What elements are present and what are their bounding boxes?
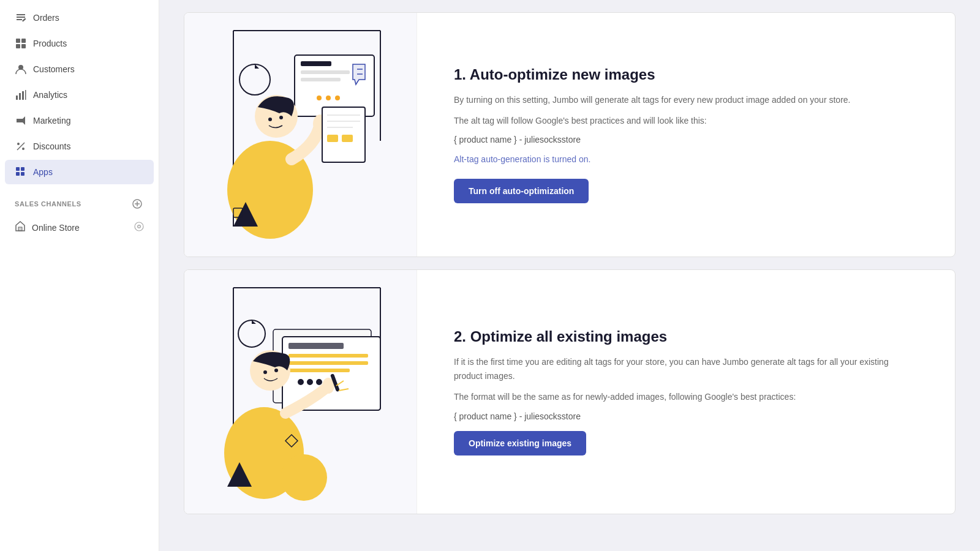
customers-icon bbox=[15, 63, 27, 75]
svg-rect-30 bbox=[301, 78, 341, 81]
svg-rect-29 bbox=[301, 70, 350, 74]
svg-rect-64 bbox=[288, 354, 368, 358]
svg-point-48 bbox=[239, 64, 270, 95]
svg-point-69 bbox=[316, 379, 322, 385]
products-icon bbox=[15, 37, 27, 50]
svg-rect-3 bbox=[21, 44, 26, 48]
card-auto-optimize: 1. Auto-optimize new images By turning o… bbox=[184, 12, 956, 257]
sidebar-item-analytics[interactable]: Analytics bbox=[5, 83, 154, 107]
svg-rect-1 bbox=[21, 39, 26, 43]
sidebar-item-online-store[interactable]: Online Store bbox=[5, 215, 154, 240]
discounts-icon bbox=[15, 140, 27, 152]
sidebar-item-marketing-label: Marketing bbox=[33, 116, 70, 126]
svg-rect-14 bbox=[16, 172, 20, 176]
card-1-content: 1. Auto-optimize new images By turning o… bbox=[417, 13, 955, 257]
svg-rect-7 bbox=[22, 91, 24, 100]
svg-rect-15 bbox=[21, 172, 24, 176]
svg-point-9 bbox=[17, 143, 20, 145]
card-2-desc2: The format will be the same as for newly… bbox=[454, 390, 918, 403]
sidebar: Orders Products Customers bbox=[0, 0, 159, 551]
card-2-content: 2. Optimize all existing images If it is… bbox=[417, 270, 955, 514]
sidebar-item-analytics-label: Analytics bbox=[33, 90, 67, 100]
svg-rect-28 bbox=[301, 61, 331, 66]
svg-point-73 bbox=[274, 369, 278, 372]
orders-icon bbox=[15, 12, 27, 24]
sidebar-item-orders-label: Orders bbox=[33, 13, 59, 23]
analytics-icon bbox=[15, 89, 27, 101]
svg-rect-6 bbox=[19, 93, 21, 100]
online-store-eye-icon bbox=[134, 222, 144, 233]
sidebar-item-discounts[interactable]: Discounts bbox=[5, 134, 154, 159]
svg-rect-46 bbox=[342, 135, 353, 142]
sidebar-item-products-label: Products bbox=[33, 39, 67, 48]
sidebar-item-apps-label: Apps bbox=[33, 167, 53, 177]
svg-rect-0 bbox=[16, 39, 20, 43]
sidebar-item-marketing[interactable]: Marketing bbox=[5, 108, 154, 133]
online-store-label: Online Store bbox=[32, 223, 80, 233]
svg-point-33 bbox=[335, 96, 340, 100]
card-1-desc1: By turning on this setting, Jumbo will g… bbox=[454, 93, 918, 107]
add-sales-channel-button[interactable] bbox=[130, 197, 144, 211]
sales-channels-header: SALES CHANNELS bbox=[5, 190, 154, 214]
svg-rect-2 bbox=[16, 44, 20, 48]
svg-point-72 bbox=[263, 370, 267, 374]
sidebar-item-apps[interactable]: Apps bbox=[5, 160, 154, 184]
sales-channels-label: SALES CHANNELS bbox=[15, 200, 81, 208]
sidebar-item-discounts-label: Discounts bbox=[33, 141, 70, 151]
svg-rect-8 bbox=[25, 90, 26, 100]
svg-rect-19 bbox=[18, 227, 22, 231]
card-1-title: 1. Auto-optimize new images bbox=[454, 66, 918, 83]
card-1-desc2: The alt tag will follow Google's best pr… bbox=[454, 114, 918, 127]
card-1-status: Alt-tag auto-generation is turned on. bbox=[454, 154, 918, 164]
svg-rect-13 bbox=[21, 167, 24, 171]
main-content: 1. Auto-optimize new images By turning o… bbox=[159, 0, 980, 551]
svg-point-80 bbox=[238, 320, 265, 347]
card-2-title: 2. Optimize all existing images bbox=[454, 328, 918, 345]
marketing-icon bbox=[15, 114, 27, 127]
card-2-template: { product name } - juliesocksstore bbox=[454, 411, 918, 421]
sidebar-item-customers-label: Customers bbox=[33, 64, 75, 74]
svg-rect-66 bbox=[288, 369, 350, 372]
sidebar-item-orders[interactable]: Orders bbox=[5, 6, 154, 30]
card-1-illustration bbox=[184, 13, 417, 257]
sidebar-item-products[interactable]: Products bbox=[5, 31, 154, 56]
svg-rect-45 bbox=[327, 135, 338, 142]
svg-point-68 bbox=[307, 379, 313, 385]
apps-icon bbox=[15, 166, 27, 178]
svg-point-81 bbox=[281, 454, 327, 501]
card-2-illustration bbox=[184, 270, 417, 514]
sidebar-item-customers[interactable]: Customers bbox=[5, 57, 154, 81]
svg-point-32 bbox=[326, 96, 331, 100]
svg-point-23 bbox=[138, 226, 140, 228]
svg-rect-63 bbox=[288, 343, 344, 349]
svg-point-38 bbox=[268, 118, 272, 121]
turn-off-auto-optimization-button[interactable]: Turn off auto-optimization bbox=[454, 179, 589, 203]
card-1-template: { product name } - juliesocksstore bbox=[454, 135, 918, 144]
svg-rect-5 bbox=[16, 96, 18, 100]
svg-point-67 bbox=[298, 379, 304, 385]
svg-point-31 bbox=[317, 96, 322, 100]
card-2-desc1: If it is the first time you are editing … bbox=[454, 355, 918, 383]
card-optimize-existing: 2. Optimize all existing images If it is… bbox=[184, 269, 956, 514]
optimize-existing-images-button[interactable]: Optimize existing images bbox=[454, 431, 586, 455]
svg-rect-65 bbox=[288, 361, 368, 365]
store-icon bbox=[15, 221, 26, 234]
svg-point-39 bbox=[279, 116, 283, 119]
svg-point-10 bbox=[22, 148, 24, 150]
svg-rect-12 bbox=[16, 167, 20, 171]
